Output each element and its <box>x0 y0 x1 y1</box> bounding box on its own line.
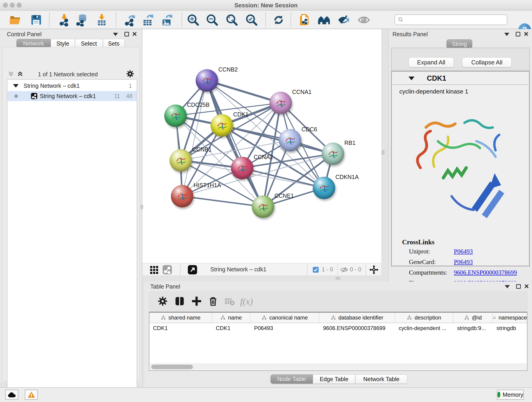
zoom-out-icon[interactable] <box>206 13 219 26</box>
panel-menu-caret-icon[interactable] <box>113 33 118 36</box>
panel-close-icon[interactable]: ✕ <box>132 32 137 36</box>
zoom-in-icon[interactable] <box>187 13 200 26</box>
network-overview-houses-icon[interactable] <box>317 13 330 26</box>
delete-column-icon[interactable] <box>208 296 219 307</box>
column-header[interactable]: database identifier <box>319 313 395 323</box>
zoom-fit-icon[interactable] <box>225 13 238 26</box>
search-input[interactable] <box>394 14 507 25</box>
network-node-CDK1[interactable] <box>210 114 233 137</box>
save-session-icon[interactable] <box>30 13 43 26</box>
function-builder-icon[interactable]: f(x) <box>240 296 253 307</box>
column-header[interactable]: shared name <box>149 313 212 323</box>
protein-structure-thumbnail <box>325 146 341 161</box>
network-node-CDC25B[interactable] <box>164 104 187 127</box>
network-node-RB1[interactable] <box>322 143 344 165</box>
panel-float-icon[interactable] <box>124 32 129 36</box>
collapse-all-chevron-icon[interactable] <box>7 70 15 77</box>
cell-name[interactable]: CDK1 <box>212 325 250 332</box>
column-header[interactable]: namespace <box>493 313 527 323</box>
network-node-CCNB1[interactable] <box>170 149 192 172</box>
scrollbar-thumb[interactable] <box>151 365 193 369</box>
zoom-selected-icon[interactable] <box>245 13 258 26</box>
network-node-CCNA2[interactable] <box>231 157 253 179</box>
tab-network[interactable]: Network <box>17 39 51 48</box>
export-network-icon[interactable] <box>123 13 136 26</box>
import-table-icon[interactable] <box>95 13 108 26</box>
add-column-icon[interactable] <box>191 296 202 307</box>
delete-table-icon[interactable] <box>224 296 235 307</box>
tab-network-table[interactable]: Network Table <box>355 375 407 384</box>
network-view-canvas[interactable]: CCNB2 CCNA1 CDC25B CDK1 CDC6 RB1 CCNB1 C… <box>143 29 381 263</box>
expand-all-button[interactable]: Expand All <box>409 57 454 67</box>
network-node-CCNE1[interactable] <box>252 196 274 218</box>
node-label-CCNE1: CCNE1 <box>274 192 294 199</box>
grid-view-icon[interactable] <box>149 265 159 275</box>
network-node-CDKN1A[interactable] <box>313 177 335 199</box>
network-node-CCNB2[interactable] <box>196 69 218 92</box>
crosslink-link[interactable]: 9606.ENSP00000378699 <box>454 269 517 276</box>
panel-float-icon[interactable] <box>516 32 520 36</box>
hidden-eye-slash-icon[interactable] <box>340 266 348 274</box>
cell-id[interactable]: stringdb:9... <box>453 325 493 332</box>
collapse-all-button[interactable]: Collapse All <box>462 57 512 67</box>
export-table-icon[interactable] <box>141 13 154 26</box>
refresh-view-icon[interactable] <box>272 13 285 26</box>
cell-shared-name[interactable]: CDK1 <box>149 325 212 332</box>
edge-CCNB2-HIST1H1A[interactable] <box>182 80 207 196</box>
open-in-new-icon[interactable] <box>187 265 197 275</box>
export-image-icon[interactable] <box>160 13 173 26</box>
network-node-CDC6[interactable] <box>279 129 301 152</box>
column-header[interactable]: @id <box>453 313 493 323</box>
tab-style[interactable]: Style <box>51 39 75 48</box>
horizontal-scrollbar[interactable] <box>150 364 526 370</box>
panel-menu-caret-icon[interactable] <box>505 285 510 288</box>
panel-float-icon[interactable] <box>516 284 521 289</box>
show-columns-icon[interactable] <box>174 296 185 307</box>
bottom-splitter-handle[interactable] <box>336 277 341 280</box>
edge-CCNB2-CCNA1[interactable] <box>207 80 281 103</box>
network-row-selected[interactable]: String Network – cdk1 11 48 <box>7 91 137 101</box>
cell-database-identifier[interactable]: 9606.ENSP00000378699 <box>319 325 395 332</box>
table-row[interactable]: CDK1 CDK1 P06493 9606.ENSP00000378699 cy… <box>149 323 527 333</box>
import-network-file-icon[interactable] <box>58 13 70 26</box>
cell-description[interactable]: cyclin-dependent ... <box>395 325 453 332</box>
collapse-section-caret-icon[interactable] <box>409 77 414 80</box>
tab-edge-table[interactable]: Edge Table <box>313 375 355 384</box>
panel-close-icon[interactable]: ✕ <box>524 32 529 36</box>
memory-button[interactable]: Memory <box>497 390 524 400</box>
cell-canonical-name[interactable]: P06493 <box>250 325 319 332</box>
edge-HIST1H1A-CCNE1[interactable] <box>182 196 263 207</box>
tree-expand-caret-icon[interactable] <box>13 84 19 88</box>
tab-string[interactable]: String <box>447 39 472 49</box>
fit-selection-crosshair-icon[interactable] <box>369 265 379 275</box>
network-collection-row[interactable]: String Network – cdk1 1 <box>7 81 137 90</box>
column-header[interactable]: name <box>212 313 250 323</box>
right-splitter-handle[interactable] <box>382 150 385 155</box>
tab-node-table[interactable]: Node Table <box>271 375 313 384</box>
expand-all-chevron-icon[interactable] <box>16 70 24 77</box>
show-details-eye-icon[interactable] <box>357 13 370 26</box>
left-splitter-handle[interactable] <box>140 204 143 210</box>
crosslink-link[interactable]: P06493 <box>454 259 473 266</box>
tab-sets[interactable]: Sets <box>103 39 125 48</box>
warning-button[interactable] <box>25 390 38 400</box>
column-header[interactable]: description <box>395 313 453 323</box>
network-node-CCNA1[interactable] <box>269 92 292 114</box>
crosslink-link[interactable]: P06493 <box>454 248 473 255</box>
network-node-HIST1H1A[interactable] <box>171 185 193 207</box>
network-options-gear-icon[interactable] <box>126 70 134 78</box>
tab-select[interactable]: Select <box>75 39 103 48</box>
cloud-button[interactable] <box>5 390 18 400</box>
cell-namespace[interactable]: stringdb <box>493 325 527 332</box>
string-app-icon[interactable] <box>162 265 172 275</box>
selected-checkbox[interactable] <box>312 267 319 273</box>
open-session-icon[interactable] <box>9 13 22 26</box>
panel-close-icon[interactable]: ✕ <box>524 284 529 289</box>
column-header[interactable]: canonical name <box>250 313 319 323</box>
table-settings-gear-icon[interactable] <box>157 296 168 307</box>
panel-menu-caret-icon[interactable] <box>504 33 509 36</box>
hide-details-eye-slash-icon[interactable] <box>337 13 350 26</box>
import-network-database-icon[interactable] <box>76 13 89 26</box>
import-string-document-icon[interactable] <box>298 13 311 26</box>
gene-card-header[interactable]: CDK1 <box>393 72 528 85</box>
